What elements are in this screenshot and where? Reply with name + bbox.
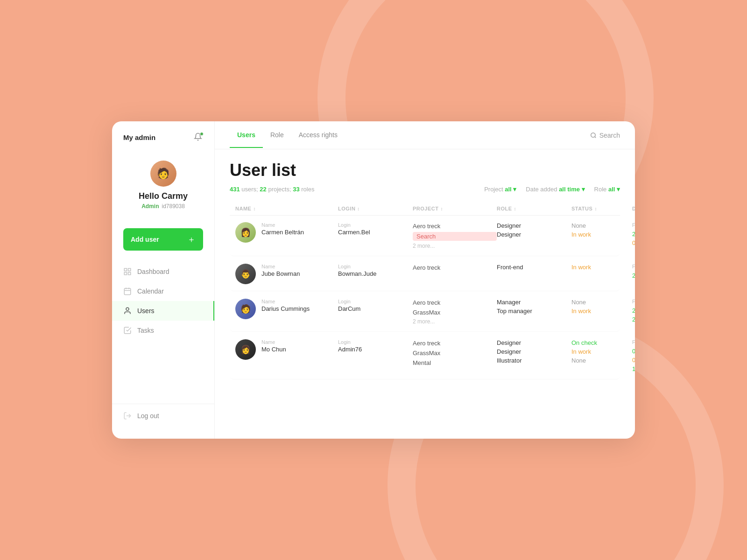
user-date-cell: Final date20.02.2020	[632, 264, 635, 279]
content-area: User list 431 users; 22 projects; 33 rol…	[215, 149, 635, 439]
user-avatar: 🧑	[235, 299, 256, 319]
svg-point-10	[591, 133, 595, 137]
sidebar-footer: Log out	[112, 404, 214, 427]
user-login-cell: Login Admin76	[338, 339, 413, 353]
user-projects-cell: Aero treck	[413, 264, 497, 272]
sort-icon-role: ↕	[514, 206, 517, 211]
sidebar-item-tasks-label: Tasks	[137, 327, 154, 334]
user-meta: Admin id789038	[141, 203, 185, 210]
user-name-cell: 🧑 Name Darius Cummings	[235, 299, 338, 319]
user-avatar: 👩	[235, 222, 256, 243]
th-role[interactable]: ROLE ↕	[497, 206, 571, 211]
tab-access-rights[interactable]: Access rights	[291, 123, 345, 148]
user-name-cell: 👨 Name Jube Bowman	[235, 264, 338, 284]
status-badge: In work	[571, 264, 632, 271]
sort-icon-status: ↕	[594, 206, 597, 211]
user-status-cell: On checkIn workNone	[571, 339, 632, 364]
table-row[interactable]: 👩 Name Carmen Beltrán Login Carmen.Bel A…	[230, 216, 620, 256]
notif-dot	[200, 132, 204, 136]
role-count: 33	[293, 186, 299, 193]
sidebar-item-dashboard-label: Dashboard	[137, 268, 169, 275]
date-filter[interactable]: Date added all time ▾	[526, 186, 585, 193]
user-name-cell: 👩 Name Carmen Beltrán	[235, 222, 338, 243]
notification-icon[interactable]	[194, 133, 203, 142]
filters: Project all ▾ Date added all time ▾ Role…	[484, 186, 620, 193]
user-name-cell: 👩 Name Mo Chun	[235, 339, 338, 360]
user-id: id789038	[162, 203, 184, 210]
stats-row: 431 users; 22 projects; 33 roles Project…	[230, 186, 620, 193]
sidebar: My admin 🧑 Hello Carmy Admin id789038 Ad…	[112, 121, 215, 439]
user-info: Name Carmen Beltrán	[261, 222, 304, 236]
plus-icon: ＋	[187, 234, 196, 245]
sort-icon-name: ↕	[253, 206, 256, 211]
user-projects-cell: Aero treckGrassMaxMental	[413, 339, 497, 367]
user-login-cell: Login DarCum	[338, 299, 413, 312]
page-title: User list	[230, 161, 620, 180]
user-avatar: 👩	[235, 339, 256, 360]
user-role: Admin	[141, 203, 159, 210]
sidebar-item-users[interactable]: Users	[112, 301, 214, 321]
svg-rect-2	[128, 273, 131, 275]
th-status[interactable]: STATUS ↕	[571, 206, 632, 211]
tab-bar: Users Role Access rights	[230, 123, 345, 147]
sidebar-item-calendar[interactable]: Calendar	[112, 281, 214, 301]
user-status-cell: NoneIn work	[571, 299, 632, 315]
sort-icon-login: ↕	[357, 206, 360, 211]
svg-line-11	[594, 136, 596, 138]
table-header: NAME ↕ LOGIN ↕ PROJECT ↕ ROLE ↕ STATUS	[230, 202, 620, 216]
svg-point-8	[126, 308, 129, 310]
search-button[interactable]: Search	[590, 132, 620, 139]
status-badge: None	[571, 357, 632, 364]
user-login-cell: Login Carmen.Bel	[338, 222, 413, 236]
status-badge: In work	[571, 348, 632, 355]
logout-button[interactable]: Log out	[123, 412, 203, 420]
tab-role[interactable]: Role	[263, 123, 291, 148]
status-badge: In work	[571, 308, 632, 315]
th-project[interactable]: PROJECT ↕	[413, 206, 497, 211]
user-roles-cell: ManagerTop manager	[497, 299, 571, 315]
sidebar-item-tasks[interactable]: Tasks	[112, 321, 214, 340]
stats-text: 431 users; 22 projects; 33 roles	[230, 186, 314, 193]
tab-users[interactable]: Users	[230, 123, 263, 148]
svg-rect-0	[124, 268, 127, 271]
th-login[interactable]: LOGIN ↕	[338, 206, 413, 211]
main-content: Users Role Access rights Search User lis…	[215, 121, 635, 439]
user-projects-cell: Aero treckGrassMax2 more...	[413, 299, 497, 325]
user-login-cell: Login Bowman.Jude	[338, 264, 413, 277]
user-info: Name Darius Cummings	[261, 299, 310, 312]
search-label: Search	[599, 132, 620, 139]
svg-rect-4	[124, 288, 131, 295]
th-date[interactable]: DATE ↕	[632, 206, 635, 211]
user-projects-cell: Aero treckSearch2 more...	[413, 222, 497, 249]
add-user-label: Add user	[131, 236, 159, 243]
table-row[interactable]: 👩 Name Mo Chun Login Admin76 Aero treckG…	[230, 333, 620, 379]
role-filter[interactable]: Role all ▾	[594, 186, 620, 193]
table-row[interactable]: 🧑 Name Darius Cummings Login DarCum Aero…	[230, 292, 620, 332]
table-row[interactable]: 👨 Name Jube Bowman Login Bowman.Jude Aer…	[230, 257, 620, 291]
project-filter[interactable]: Project all ▾	[484, 186, 516, 193]
add-user-button[interactable]: Add user ＋	[123, 228, 203, 251]
user-avatar: 👨	[235, 264, 256, 284]
user-greeting: Hello Carmy	[139, 191, 188, 201]
sidebar-profile: 🧑 Hello Carmy Admin id789038	[112, 153, 214, 221]
user-status-cell: NoneIn work	[571, 222, 632, 238]
user-count: 431	[230, 186, 240, 193]
user-date-cell: Final date20.02.202007.02.2020 11:00	[632, 222, 635, 246]
status-badge: None	[571, 299, 632, 306]
sidebar-item-dashboard[interactable]: Dashboard	[112, 262, 214, 281]
user-roles-cell: DesignerDesignerIllustrator	[497, 339, 571, 364]
logout-label: Log out	[137, 412, 159, 420]
avatar-image: 🧑	[150, 161, 176, 187]
th-name[interactable]: NAME ↕	[235, 206, 338, 211]
user-roles-cell: Front-end	[497, 264, 571, 271]
user-date-cell: Final date20.02.202020.02.2020	[632, 299, 635, 323]
user-info: Name Mo Chun	[261, 339, 286, 353]
sort-icon-project: ↕	[440, 206, 443, 211]
svg-rect-3	[124, 273, 127, 275]
svg-rect-1	[128, 268, 131, 271]
status-badge: None	[571, 222, 632, 229]
user-info: Name Jube Bowman	[261, 264, 300, 277]
sidebar-item-calendar-label: Calendar	[137, 287, 164, 295]
sidebar-header: My admin	[112, 133, 214, 153]
sidebar-item-users-label: Users	[137, 307, 155, 315]
